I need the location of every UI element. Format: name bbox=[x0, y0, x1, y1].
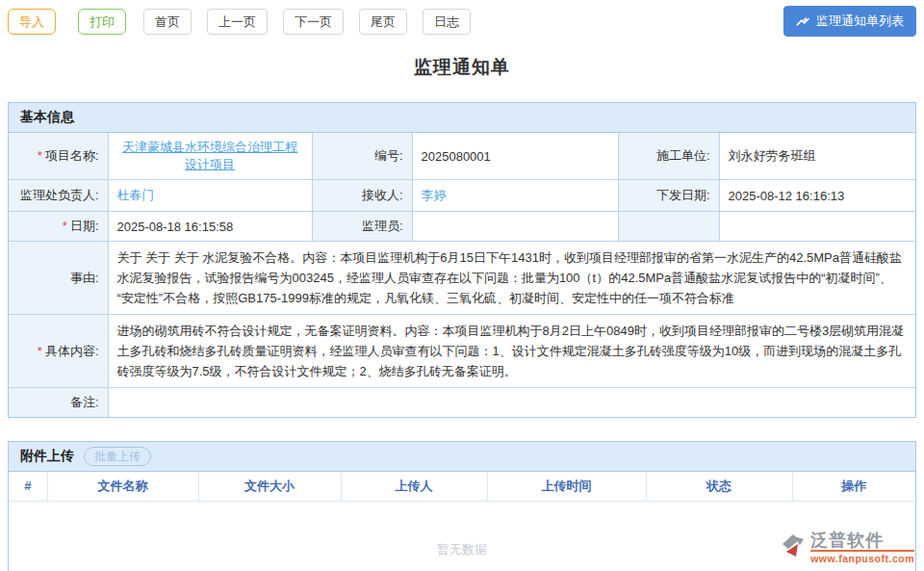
remark-label: 备注: bbox=[9, 388, 108, 418]
col-header-index: # bbox=[9, 472, 47, 501]
page-title: 监理通知单 bbox=[0, 55, 924, 80]
prev-page-button[interactable]: 上一页 bbox=[207, 9, 268, 35]
col-header-uploader: 上传人 bbox=[341, 472, 487, 501]
number-label: 编号: bbox=[312, 133, 412, 180]
supervision-head-link[interactable]: 杜春门 bbox=[117, 188, 155, 202]
last-page-button[interactable]: 尾页 bbox=[359, 9, 407, 35]
project-name-cell: 天津蒙城县水环境综合治理工程设计项目 bbox=[108, 133, 312, 180]
attachments-title: 附件上传 bbox=[20, 448, 74, 465]
col-header-uploadtime: 上传时间 bbox=[487, 472, 646, 501]
col-header-filesize: 文件大小 bbox=[198, 472, 341, 501]
basic-info-section: 基本信息 *项目名称: 天津蒙城县水环境综合治理工程设计项目 编号: 20250… bbox=[8, 102, 916, 418]
attachments-section: 附件上传 批量上传 # 文件名称 文件大小 上传人 上传时间 状态 操作 暂无数… bbox=[8, 441, 916, 571]
issue-date-label: 下发日期: bbox=[618, 180, 719, 212]
print-button[interactable]: 打印 bbox=[78, 9, 126, 35]
attachments-header: 附件上传 批量上传 bbox=[9, 442, 915, 472]
log-button[interactable]: 日志 bbox=[423, 9, 471, 35]
attachments-header-row: # 文件名称 文件大小 上传人 上传时间 状态 操作 bbox=[9, 472, 915, 501]
col-header-filename: 文件名称 bbox=[47, 472, 198, 501]
blank-value bbox=[719, 212, 915, 242]
table-row: *项目名称: 天津蒙城县水环境综合治理工程设计项目 编号: 2025080001… bbox=[9, 133, 915, 180]
issue-date-value: 2025-08-12 16:16:13 bbox=[719, 180, 915, 212]
receiver-link[interactable]: 李婷 bbox=[422, 188, 447, 202]
construction-unit-value: 刘永好劳务班组 bbox=[719, 133, 915, 180]
attachments-table: # 文件名称 文件大小 上传人 上传时间 状态 操作 bbox=[9, 472, 915, 502]
basic-info-table: *项目名称: 天津蒙城县水环境综合治理工程设计项目 编号: 2025080001… bbox=[9, 133, 915, 417]
supervisor-label: 监理员: bbox=[312, 212, 412, 242]
date-label: *日期: bbox=[9, 212, 108, 242]
date-value: 2025-08-18 16:15:58 bbox=[108, 212, 312, 242]
col-header-actions: 操作 bbox=[792, 472, 915, 501]
detail-value: 进场的砌筑用砖不符合设计规定，无备案证明资料。内容：本项目监理机构于8月2日上午… bbox=[108, 315, 915, 388]
reason-value: 关于 关于 关于 水泥复验不合格。内容：本项目监理机构于6月15日下午1431时… bbox=[108, 242, 915, 315]
detail-label: *具体内容: bbox=[9, 315, 108, 388]
required-mark: * bbox=[38, 344, 42, 358]
supervision-head-cell: 杜春门 bbox=[108, 180, 312, 212]
blank-label bbox=[618, 212, 719, 242]
supervision-head-label: 监理处负责人: bbox=[9, 180, 108, 212]
notice-list-button-label: 监理通知单列表 bbox=[816, 13, 904, 30]
receiver-label: 接收人: bbox=[312, 180, 412, 212]
table-row: *具体内容: 进场的砌筑用砖不符合设计规定，无备案证明资料。内容：本项目监理机构… bbox=[9, 315, 915, 388]
number-value: 2025080001 bbox=[412, 133, 618, 180]
basic-info-header: 基本信息 bbox=[9, 103, 915, 133]
table-row: *日期: 2025-08-18 16:15:58 监理员: bbox=[9, 212, 915, 242]
basic-info-title: 基本信息 bbox=[20, 109, 74, 126]
notice-list-button[interactable]: 监理通知单列表 bbox=[783, 6, 916, 37]
toolbar: 导入 打印 首页 上一页 下一页 尾页 日志 监理通知单列表 bbox=[0, 0, 924, 40]
trending-arrow-icon bbox=[796, 15, 810, 28]
supervisor-value bbox=[412, 212, 618, 242]
required-mark: * bbox=[63, 219, 67, 233]
attachments-empty-area: 暂无数据 bbox=[9, 502, 915, 571]
table-row: 监理处负责人: 杜春门 接收人: 李婷 下发日期: 2025-08-12 16:… bbox=[9, 180, 915, 212]
reason-label: 事由: bbox=[9, 242, 108, 315]
batch-upload-button[interactable]: 批量上传 bbox=[84, 447, 151, 466]
next-page-button[interactable]: 下一页 bbox=[283, 9, 344, 35]
table-row: 备注: bbox=[9, 388, 915, 418]
first-page-button[interactable]: 首页 bbox=[143, 9, 192, 35]
project-name-label: *项目名称: bbox=[9, 133, 108, 180]
import-button[interactable]: 导入 bbox=[8, 9, 56, 35]
remark-value bbox=[108, 388, 915, 418]
table-row: 事由: 关于 关于 关于 水泥复验不合格。内容：本项目监理机构于6月15日下午1… bbox=[9, 242, 915, 315]
required-mark: * bbox=[38, 148, 42, 163]
project-name-link[interactable]: 天津蒙城县水环境综合治理工程设计项目 bbox=[122, 140, 297, 171]
col-header-status: 状态 bbox=[646, 472, 792, 501]
receiver-cell: 李婷 bbox=[412, 180, 618, 212]
empty-data-text: 暂无数据 bbox=[437, 541, 487, 558]
construction-unit-label: 施工单位: bbox=[618, 133, 719, 180]
